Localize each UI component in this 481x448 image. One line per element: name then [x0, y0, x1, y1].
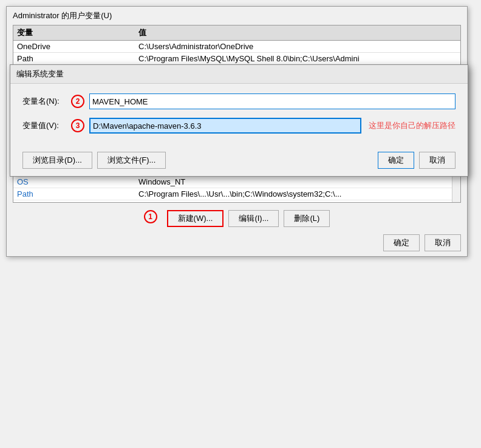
browse-file-button[interactable]: 浏览文件(F)... — [97, 152, 166, 169]
table-row[interactable]: Path C:\Program Files\MySQL\MySQL Shell … — [13, 53, 460, 65]
user-section-title: Administrator 的用户变量(U) — [7, 7, 467, 25]
user-var-val: C:\Program Files\MySQL\MySQL Shell 8.0\b… — [138, 54, 457, 63]
var-name-input[interactable] — [89, 93, 455, 109]
user-col-val-header: 值 — [138, 27, 457, 38]
hint-text: 这里是你自己的解压路径 — [369, 120, 455, 131]
dialog-action-buttons: 浏览目录(D)... 浏览文件(F)... 确定 取消 — [10, 152, 468, 169]
user-table-header: 变量 值 — [13, 25, 460, 41]
circle-1: 1 — [144, 210, 157, 223]
sys-var-val: C:\Program Files\...\Usr\...\bin;C:\Wind… — [138, 189, 457, 199]
table-row[interactable]: Path C:\Program Files\...\Usr\...\bin;C:… — [13, 188, 460, 200]
user-var-name: OneDrive — [17, 42, 138, 51]
label-var-value: 变量值(V): — [22, 120, 71, 131]
circle-2: 2 — [71, 95, 84, 108]
dialog-ok-button[interactable]: 确定 — [378, 152, 414, 169]
footer-cancel-button[interactable]: 取消 — [425, 234, 461, 251]
edit-dialog: 编辑系统变量 变量名(N): 2 变量值(V): 3 这里是你自己的解压路径 浏… — [10, 64, 468, 177]
main-window: Administrator 的用户变量(U) 变量 值 OneDrive C:\… — [6, 6, 468, 257]
user-variables-table: 变量 值 OneDrive C:\Users\Administrator\One… — [13, 25, 461, 66]
sys-action-buttons: 1 新建(W)... 编辑(I)... 删除(L) — [7, 208, 467, 229]
user-var-val: C:\Users\Administrator\OneDrive — [138, 42, 457, 51]
circle-3: 3 — [71, 119, 84, 132]
var-value-input[interactable] — [89, 118, 361, 134]
footer-ok-button[interactable]: 确定 — [383, 234, 420, 251]
table-row[interactable]: OneDrive C:\Users\Administrator\OneDrive — [13, 41, 460, 53]
new-button[interactable]: 新建(W)... — [167, 210, 224, 227]
edit-button[interactable]: 编辑(I)... — [228, 210, 279, 227]
delete-button[interactable]: 删除(L) — [284, 210, 330, 227]
sys-var-val: Windows_NT — [138, 177, 457, 186]
user-var-name: Path — [17, 54, 138, 63]
sys-var-name: Path — [17, 189, 138, 199]
form-row-value: 变量值(V): 3 这里是你自己的解压路径 — [22, 118, 455, 134]
browse-dir-button[interactable]: 浏览目录(D)... — [22, 152, 92, 169]
label-var-name: 变量名(N): — [22, 96, 71, 107]
dialog-title: 编辑系统变量 — [10, 65, 468, 84]
sys-var-name: OS — [17, 177, 138, 186]
footer-buttons: 确定 取消 — [7, 229, 467, 256]
user-col-var-header: 变量 — [17, 27, 138, 38]
form-row-name: 变量名(N): 2 — [22, 93, 455, 109]
dialog-form: 变量名(N): 2 变量值(V): 3 这里是你自己的解压路径 — [10, 84, 468, 152]
dialog-cancel-button[interactable]: 取消 — [419, 152, 455, 169]
table-row[interactable]: OS Windows_NT — [13, 176, 460, 188]
